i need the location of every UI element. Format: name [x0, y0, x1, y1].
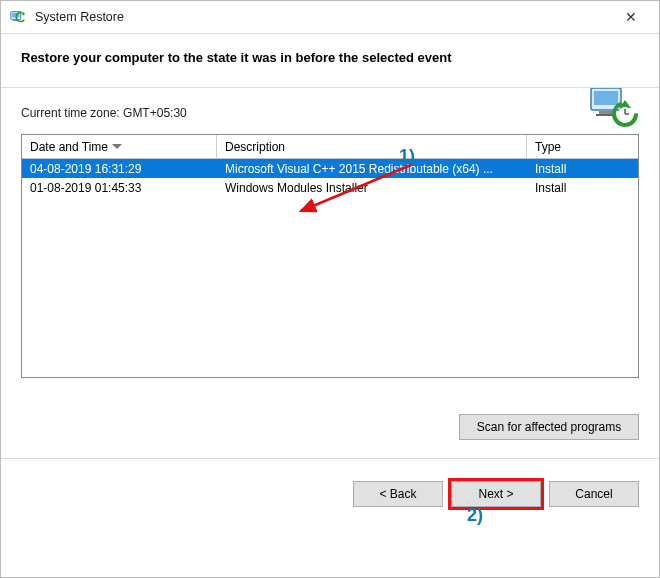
cell-date: 04-08-2019 16:31:29 [22, 162, 217, 176]
timezone-label: Current time zone: GMT+05:30 [21, 106, 639, 120]
column-header-date[interactable]: Date and Time [22, 135, 217, 158]
cell-description: Windows Modules Installer [217, 181, 527, 195]
wizard-footer: < Back Next > Cancel [1, 459, 659, 507]
titlebar: System Restore ✕ [1, 1, 659, 34]
header-area: Restore your computer to the state it wa… [1, 34, 659, 87]
scan-affected-programs-button[interactable]: Scan for affected programs [459, 414, 639, 440]
column-header-type[interactable]: Type [527, 135, 638, 158]
annotation-label-1: 1) [399, 146, 415, 167]
column-header-desc-label: Description [225, 140, 285, 154]
cell-type: Install [527, 162, 638, 176]
system-restore-window: System Restore ✕ Restore your computer t… [0, 0, 660, 578]
system-restore-icon [9, 8, 27, 26]
table-row[interactable]: 01-08-2019 01:45:33 Windows Modules Inst… [22, 178, 638, 197]
restore-point-panel: Current time zone: GMT+05:30 Date and Ti… [1, 87, 659, 459]
annotation-label-2: 2) [467, 505, 483, 526]
back-button[interactable]: < Back [353, 481, 443, 507]
column-header-type-label: Type [535, 140, 561, 154]
column-header-description[interactable]: Description [217, 135, 527, 158]
table-header: Date and Time Description Type [22, 135, 638, 159]
restore-points-table[interactable]: Date and Time Description Type 04-08-201… [21, 134, 639, 378]
cell-type: Install [527, 181, 638, 195]
page-subtitle: Restore your computer to the state it wa… [21, 50, 639, 65]
window-title: System Restore [35, 10, 611, 24]
next-button[interactable]: Next > [451, 481, 541, 507]
close-icon[interactable]: ✕ [611, 3, 651, 31]
cell-description: Microsoft Visual C++ 2015 Redistributabl… [217, 162, 527, 176]
cancel-button[interactable]: Cancel [549, 481, 639, 507]
column-header-date-label: Date and Time [30, 140, 108, 154]
table-row[interactable]: 04-08-2019 16:31:29 Microsoft Visual C++… [22, 159, 638, 178]
content: Restore your computer to the state it wa… [1, 34, 659, 507]
scan-bar: Scan for affected programs [459, 414, 639, 440]
cell-date: 01-08-2019 01:45:33 [22, 181, 217, 195]
sort-indicator-icon [112, 144, 122, 149]
